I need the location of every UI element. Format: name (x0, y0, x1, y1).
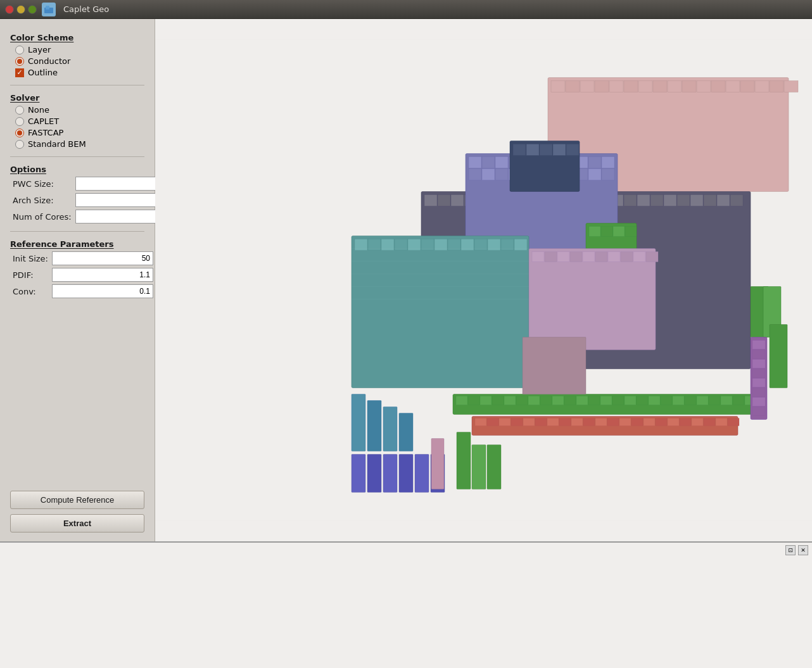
svg-rect-113 (673, 396, 684, 405)
color-scheme-options: Layer Conductor ✓ Outline (15, 45, 144, 77)
svg-rect-159 (570, 252, 582, 262)
divider-1 (10, 85, 144, 85)
svg-rect-110 (637, 396, 648, 405)
svg-rect-157 (545, 252, 557, 262)
svg-rect-75 (352, 236, 529, 388)
svg-rect-126 (499, 419, 511, 426)
viewport-area[interactable] (155, 19, 812, 541)
svg-rect-92 (613, 227, 625, 237)
svg-rect-148 (752, 350, 765, 359)
svg-rect-17 (740, 81, 754, 92)
svg-rect-173 (399, 455, 413, 493)
solver-section: Solver None CAPLET FASTCAP (10, 93, 144, 149)
radio-caplet[interactable]: CAPLET (15, 117, 144, 126)
radio-none-label: None (28, 105, 49, 115)
svg-rect-170 (352, 455, 365, 493)
svg-rect-158 (557, 252, 569, 262)
svg-rect-129 (535, 419, 547, 426)
svg-rect-18 (755, 81, 769, 92)
svg-rect-168 (383, 407, 397, 451)
pdif-label: PDIF: (13, 270, 48, 280)
svg-rect-93 (625, 227, 637, 237)
svg-rect-38 (637, 195, 650, 206)
svg-rect-134 (595, 419, 607, 426)
radio-conductor[interactable]: Conductor (15, 56, 144, 66)
svg-rect-101 (528, 396, 540, 405)
svg-rect-49 (495, 157, 508, 168)
bottom-panel-resize-icon[interactable]: ⊡ (785, 545, 796, 555)
svg-rect-171 (367, 455, 381, 493)
radio-none[interactable]: None (15, 105, 144, 115)
radio-fastcap[interactable]: FASTCAP (15, 128, 144, 137)
radio-layer[interactable]: Layer (15, 45, 144, 54)
svg-rect-1 (46, 6, 49, 9)
check-outline[interactable]: ✓ Outline (15, 68, 144, 77)
extract-button[interactable]: Extract (10, 514, 144, 533)
svg-rect-85 (474, 239, 487, 251)
svg-rect-114 (685, 396, 696, 405)
bottom-panel-close-icon[interactable]: ✕ (798, 545, 808, 555)
solver-options: None CAPLET FASTCAP Standard BEM (15, 105, 144, 149)
svg-rect-40 (664, 195, 676, 206)
title-bar: Caplet Geo (0, 0, 812, 19)
app-icon (42, 3, 56, 16)
sidebar: Color Scheme Layer Conductor ✓ Outline (0, 19, 155, 541)
svg-rect-178 (487, 445, 501, 489)
svg-rect-13 (682, 81, 696, 92)
window-controls[interactable] (5, 5, 37, 14)
svg-rect-115 (697, 396, 708, 405)
radio-conductor-circle (15, 57, 24, 66)
svg-rect-180 (523, 337, 586, 394)
svg-rect-37 (624, 195, 637, 206)
pdif-input[interactable] (52, 268, 153, 282)
init-size-input[interactable] (52, 251, 153, 265)
radio-standard-bem[interactable]: Standard BEM (15, 139, 144, 149)
svg-rect-7 (595, 81, 609, 92)
svg-rect-160 (583, 252, 595, 262)
svg-rect-176 (457, 432, 471, 489)
svg-rect-169 (399, 413, 413, 451)
maximize-button[interactable] (28, 5, 37, 14)
svg-rect-106 (588, 396, 600, 405)
svg-rect-127 (511, 419, 523, 426)
svg-rect-141 (680, 419, 691, 426)
top-area: Color Scheme Layer Conductor ✓ Outline (0, 19, 812, 541)
divider-2 (10, 156, 144, 157)
svg-rect-98 (492, 396, 504, 405)
window-title: Caplet Geo (63, 4, 109, 14)
ref-params-grid: Init Size: nm PDIF: Conv: % (13, 251, 144, 298)
svg-rect-6 (580, 81, 594, 92)
svg-rect-11 (653, 81, 667, 92)
svg-rect-24 (451, 195, 464, 206)
svg-rect-133 (583, 419, 595, 426)
init-size-label: Init Size: (13, 254, 48, 263)
svg-rect-76 (355, 239, 367, 251)
bottom-panel: ⊡ ✕ (0, 541, 812, 668)
svg-rect-48 (482, 157, 495, 168)
svg-rect-86 (488, 239, 500, 251)
svg-rect-130 (547, 419, 559, 426)
svg-rect-19 (770, 81, 783, 92)
minimize-button[interactable] (16, 5, 25, 14)
svg-rect-87 (501, 239, 514, 251)
svg-rect-9 (624, 81, 638, 92)
close-button[interactable] (5, 5, 14, 14)
svg-rect-45 (730, 195, 743, 206)
svg-rect-97 (480, 396, 492, 405)
bottom-panel-icons: ⊡ ✕ (785, 545, 808, 555)
svg-rect-73 (553, 144, 566, 156)
compute-reference-button[interactable]: Compute Reference (10, 491, 144, 509)
svg-rect-39 (650, 195, 663, 206)
svg-rect-103 (552, 396, 564, 405)
svg-rect-74 (566, 144, 579, 156)
svg-rect-91 (601, 227, 612, 237)
options-section: Options PWC Size: nm Arch Size: um Num o… (10, 165, 144, 224)
conv-input[interactable] (52, 284, 153, 298)
svg-rect-118 (733, 396, 744, 405)
svg-rect-67 (588, 169, 601, 180)
svg-rect-82 (435, 239, 447, 251)
svg-rect-179 (431, 439, 444, 489)
svg-rect-139 (656, 419, 667, 426)
svg-rect-105 (576, 396, 588, 405)
svg-rect-8 (609, 81, 623, 92)
